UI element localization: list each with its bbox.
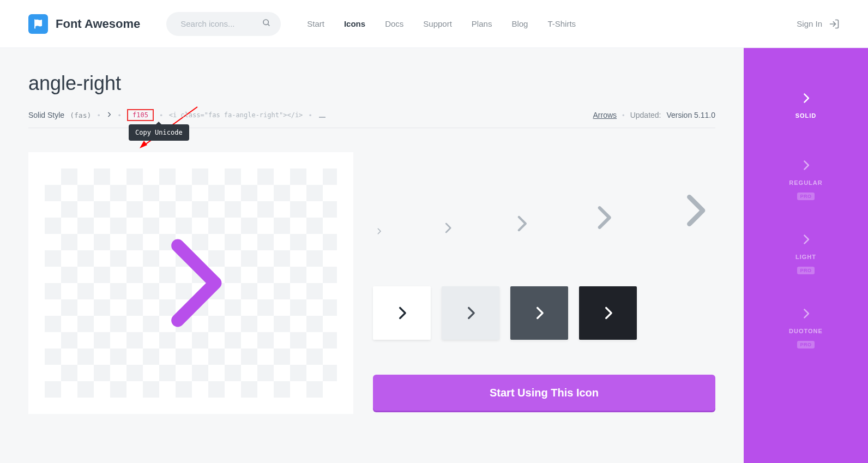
category-link[interactable]: Arrows (593, 111, 617, 119)
brand-name: Font Awesome (56, 17, 140, 31)
swatch-dark[interactable] (510, 286, 568, 340)
large-preview (28, 152, 353, 414)
nav-plans[interactable]: Plans (472, 19, 492, 28)
main-nav: Start Icons Docs Support Plans Blog T-Sh… (307, 19, 576, 28)
meta-row: Solid Style (fas) • • f105 • <i class="f… (28, 109, 715, 128)
size-picker (375, 185, 713, 236)
nav-icons[interactable]: Icons (344, 19, 365, 28)
nav-tshirts[interactable]: T-Shirts (547, 19, 576, 28)
brand-logo (28, 14, 48, 34)
background-swatches (373, 286, 715, 340)
topbar: Font Awesome Start Icons Docs Support Pl… (0, 0, 868, 48)
copy-html-snippet[interactable]: <i class="fas fa-angle-right"></i> (169, 111, 303, 119)
brand[interactable]: Font Awesome (28, 14, 140, 34)
size-md[interactable] (512, 211, 531, 236)
style-rail: SOLID REGULAR PRO LIGHT PRO DUOTONE PRO (744, 48, 868, 463)
style-regular[interactable]: REGULAR PRO (744, 142, 868, 216)
style-duotone[interactable]: DUOTONE PRO (744, 290, 868, 364)
size-sm[interactable] (442, 220, 454, 236)
nav-docs[interactable]: Docs (385, 19, 403, 28)
unicode-chip[interactable]: f105 (127, 109, 154, 121)
style-label: Solid Style (28, 111, 64, 119)
style-solid[interactable]: SOLID (744, 68, 868, 142)
style-label: REGULAR (789, 179, 822, 186)
angle-right-icon (106, 111, 112, 120)
nav-start[interactable]: Start (307, 19, 324, 28)
sign-in-link[interactable]: Sign In (797, 19, 840, 29)
angle-right-icon (800, 158, 811, 173)
swatch-black[interactable] (579, 286, 637, 340)
angle-right-icon (800, 91, 811, 106)
swatch-white[interactable] (373, 286, 431, 340)
copy-unicode-tooltip: Copy Unicode (129, 124, 189, 141)
nav-blog[interactable]: Blog (511, 19, 528, 28)
size-xs[interactable] (375, 226, 383, 236)
start-using-button[interactable]: Start Using This Icon (373, 375, 715, 411)
download-icon[interactable] (318, 111, 327, 120)
size-xl[interactable] (675, 185, 713, 236)
updated-label: Updated: (630, 111, 661, 119)
style-label: LIGHT (795, 254, 816, 260)
sign-in-label: Sign In (797, 19, 822, 28)
pro-badge: PRO (797, 341, 814, 348)
style-light[interactable]: LIGHT PRO (744, 216, 868, 290)
updated-value: Version 5.11.0 (666, 111, 715, 119)
angle-right-icon (800, 232, 811, 247)
swatch-light[interactable] (442, 286, 499, 340)
svg-line-1 (268, 24, 269, 26)
svg-marker-4 (140, 141, 147, 148)
style-prefix: (fas) (70, 111, 91, 119)
search-icon (262, 19, 271, 29)
size-lg[interactable] (589, 199, 617, 236)
icon-title: angle-right (28, 72, 715, 95)
search-field[interactable] (166, 12, 281, 36)
pro-badge: PRO (797, 193, 814, 200)
angle-right-icon (144, 212, 237, 354)
style-label: SOLID (795, 112, 817, 119)
style-label: DUOTONE (789, 328, 823, 334)
pro-badge: PRO (797, 267, 814, 274)
sign-in-icon (829, 19, 840, 29)
svg-point-0 (263, 20, 268, 25)
angle-right-icon (800, 306, 811, 321)
nav-support[interactable]: Support (423, 19, 452, 28)
flag-icon (33, 19, 44, 29)
